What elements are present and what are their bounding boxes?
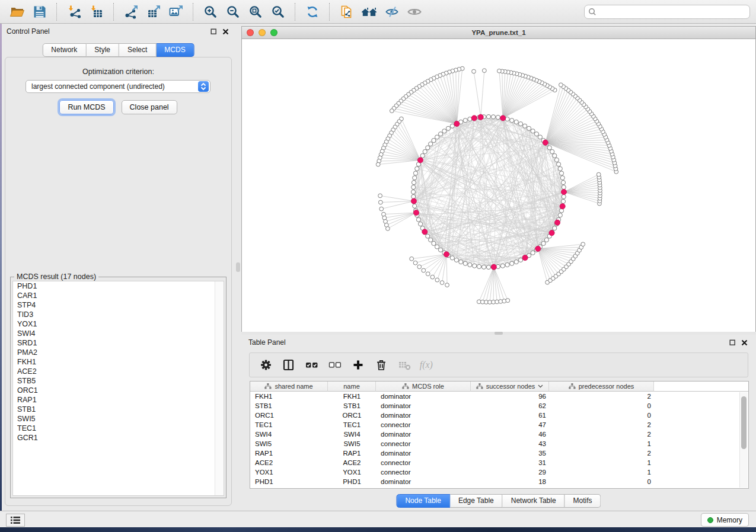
cell-shared_name[interactable]: RAP1 <box>250 448 328 458</box>
hide-eye-icon[interactable] <box>381 2 403 22</box>
table-row[interactable]: ORC1ORC1dominator610 <box>250 411 748 420</box>
show-eye-icon[interactable] <box>403 2 426 22</box>
cell-predecessor_nodes[interactable]: 1 <box>549 467 654 477</box>
save-icon[interactable] <box>28 2 51 22</box>
cell-shared_name[interactable]: SWI5 <box>250 439 328 448</box>
cell-mcds_role[interactable]: dominator <box>376 401 471 411</box>
cell-mcds_role[interactable]: connector <box>376 439 471 448</box>
unselect-all-icon[interactable] <box>326 356 344 374</box>
cell-name[interactable]: RAP1 <box>328 448 376 458</box>
table-scrollbar-thumb[interactable] <box>741 396 747 449</box>
cell-successor_nodes[interactable]: 29 <box>471 467 549 477</box>
column-header-MCDS-role[interactable]: MCDS role <box>376 382 471 392</box>
cell-predecessor_nodes[interactable]: 0 <box>549 411 654 420</box>
import-table-icon[interactable] <box>85 2 108 22</box>
mcds-result-list[interactable]: PHD1CAR1STP4TID3YOX1SWI4SRD1PMA2FKH1ACE2… <box>12 281 224 496</box>
export-image-icon[interactable] <box>165 2 187 22</box>
result-node-item[interactable]: SWI4 <box>13 329 224 338</box>
result-node-item[interactable]: STB1 <box>13 405 224 414</box>
cell-predecessor_nodes[interactable]: 2 <box>549 420 654 430</box>
result-node-item[interactable]: TID3 <box>13 310 224 319</box>
tab-edge-table[interactable]: Edge Table <box>450 494 503 508</box>
cell-name[interactable]: PHD1 <box>328 477 376 486</box>
result-node-item[interactable]: PHD1 <box>13 281 224 291</box>
cell-successor_nodes[interactable]: 31 <box>471 458 549 467</box>
cell-shared_name[interactable]: YOX1 <box>250 467 328 477</box>
column-header-name[interactable]: name <box>328 382 376 392</box>
network-view-canvas[interactable] <box>242 39 755 332</box>
result-node-item[interactable]: STP4 <box>13 300 224 310</box>
criterion-dropdown[interactable]: largest connected component (undirected) <box>25 80 210 93</box>
task-history-button[interactable] <box>6 514 25 527</box>
tab-mcds[interactable]: MCDS <box>156 43 194 57</box>
result-node-item[interactable]: PMA2 <box>13 348 224 357</box>
table-row[interactable]: FKH1FKH1dominator962 <box>250 392 748 401</box>
table-row[interactable]: PHD1PHD1dominator180 <box>250 477 748 486</box>
cell-successor_nodes[interactable]: 47 <box>471 420 549 430</box>
cell-successor_nodes[interactable]: 96 <box>471 392 549 401</box>
float-panel-icon[interactable] <box>728 338 737 347</box>
search-input[interactable] <box>584 5 750 19</box>
cell-predecessor_nodes[interactable]: 0 <box>549 477 654 486</box>
tab-network[interactable]: Network <box>42 43 86 57</box>
cell-name[interactable]: YOX1 <box>328 467 376 477</box>
result-node-item[interactable]: SRD1 <box>13 338 224 348</box>
float-panel-icon[interactable] <box>209 27 218 36</box>
cell-mcds_role[interactable]: dominator <box>376 477 471 486</box>
select-all-icon[interactable] <box>303 356 321 374</box>
tab-node-table[interactable]: Node Table <box>396 494 450 508</box>
gear-icon[interactable] <box>257 356 275 374</box>
import-network-icon[interactable] <box>63 2 85 22</box>
table-row[interactable]: TEC1TEC1connector472 <box>250 420 748 430</box>
zoom-selected-icon[interactable] <box>267 2 289 22</box>
export-network-icon[interactable] <box>120 2 142 22</box>
cell-shared_name[interactable]: ORC1 <box>250 411 328 420</box>
vertical-splitter-handle[interactable] <box>236 262 240 272</box>
cell-successor_nodes[interactable]: 46 <box>471 430 549 439</box>
cell-mcds_role[interactable]: dominator <box>376 411 471 420</box>
cell-successor_nodes[interactable]: 43 <box>471 439 549 448</box>
result-node-item[interactable]: YOX1 <box>13 319 224 329</box>
cell-successor_nodes[interactable]: 18 <box>471 477 549 486</box>
result-node-item[interactable]: ORC1 <box>13 386 224 395</box>
cell-shared_name[interactable]: TEC1 <box>250 420 328 430</box>
table-row[interactable]: YOX1YOX1connector291 <box>250 467 748 477</box>
table-row[interactable]: SWI4SWI4dominator462 <box>250 430 748 439</box>
table-row[interactable]: RAP1RAP1dominator352 <box>250 448 748 458</box>
close-panel-icon[interactable] <box>221 27 230 36</box>
cell-successor_nodes[interactable]: 35 <box>471 448 549 458</box>
result-node-item[interactable]: FKH1 <box>13 357 224 367</box>
home-icon[interactable] <box>358 2 381 22</box>
result-node-item[interactable]: STB5 <box>13 376 224 386</box>
cell-name[interactable]: ACE2 <box>328 458 376 467</box>
result-node-item[interactable]: GCR1 <box>13 433 224 443</box>
cell-predecessor_nodes[interactable]: 1 <box>549 458 654 467</box>
cell-predecessor_nodes[interactable]: 2 <box>549 392 654 401</box>
result-node-item[interactable]: CAR1 <box>13 291 224 300</box>
result-list-scrollbar[interactable] <box>215 281 224 495</box>
zoom-in-icon[interactable] <box>199 2 222 22</box>
table-row[interactable]: ACE2ACE2connector311 <box>250 458 748 467</box>
cell-shared_name[interactable]: PHD1 <box>250 477 328 486</box>
table-row[interactable]: STB1STB1dominator620 <box>250 401 748 411</box>
cell-mcds_role[interactable]: dominator <box>376 430 471 439</box>
zoom-out-icon[interactable] <box>222 2 244 22</box>
cell-shared_name[interactable]: ACE2 <box>250 458 328 467</box>
cell-shared_name[interactable]: STB1 <box>250 401 328 411</box>
export-table-icon[interactable] <box>142 2 165 22</box>
table-row[interactable]: SWI5SWI5connector431 <box>250 439 748 448</box>
column-header-predecessor-nodes[interactable]: predecessor nodes <box>549 382 654 392</box>
result-node-item[interactable]: TEC1 <box>13 424 224 433</box>
cell-predecessor_nodes[interactable]: 2 <box>549 430 654 439</box>
delete-icon[interactable] <box>372 356 390 374</box>
add-icon[interactable] <box>349 356 367 374</box>
result-node-item[interactable]: RAP1 <box>13 395 224 405</box>
tab-motifs[interactable]: Motifs <box>565 494 601 508</box>
cell-mcds_role[interactable]: dominator <box>376 392 471 401</box>
cell-name[interactable]: TEC1 <box>328 420 376 430</box>
table-scrollbar[interactable] <box>739 392 748 488</box>
cell-mcds_role[interactable]: connector <box>376 420 471 430</box>
cell-predecessor_nodes[interactable]: 2 <box>549 448 654 458</box>
result-node-item[interactable]: ACE2 <box>13 367 224 376</box>
tab-style[interactable]: Style <box>86 43 119 57</box>
